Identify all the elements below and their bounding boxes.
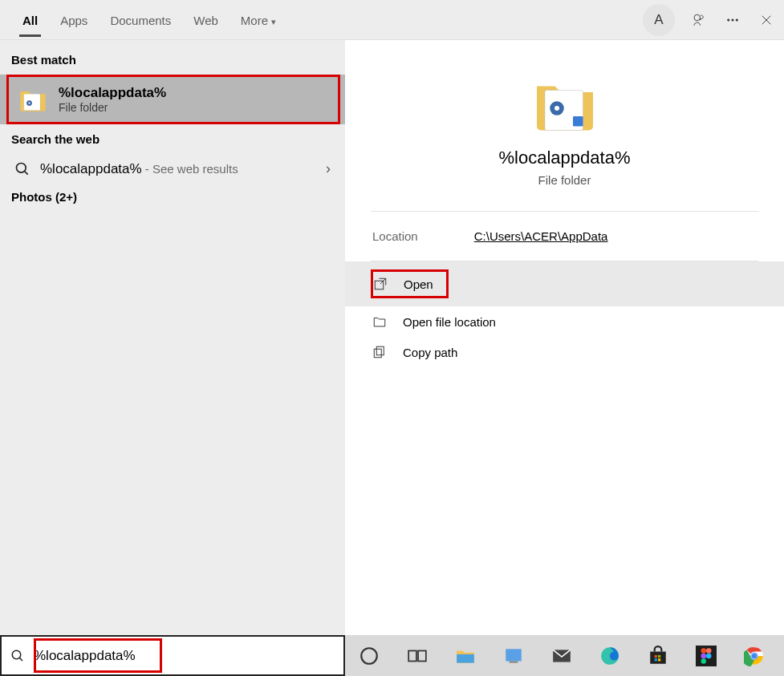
- svg-rect-13: [376, 346, 384, 355]
- svg-point-0: [694, 14, 701, 21]
- action-open-label: Open: [404, 277, 433, 291]
- avatar[interactable]: A: [643, 4, 675, 36]
- action-copy-path-label: Copy path: [403, 346, 457, 359]
- svg-point-10: [554, 106, 559, 111]
- svg-point-31: [701, 653, 707, 658]
- svg-rect-11: [573, 116, 583, 127]
- svg-point-2: [732, 19, 733, 21]
- best-match-item[interactable]: %localappdata% File folder: [6, 75, 340, 124]
- more-icon[interactable]: [723, 10, 742, 30]
- tab-web[interactable]: Web: [182, 2, 230, 37]
- svg-rect-14: [374, 349, 381, 358]
- svg-point-30: [706, 648, 712, 654]
- taskbar-mail[interactable]: [544, 638, 579, 674]
- svg-point-29: [701, 648, 707, 654]
- svg-point-7: [17, 163, 26, 172]
- taskbar-app-1[interactable]: [496, 638, 531, 674]
- taskbar-figma[interactable]: [689, 638, 724, 674]
- folder-icon: [18, 85, 47, 114]
- copy-icon: [372, 345, 387, 359]
- svg-rect-21: [510, 661, 518, 662]
- folder-open-icon: [372, 314, 387, 329]
- taskbar-taskview[interactable]: [400, 638, 435, 674]
- svg-point-3: [736, 19, 737, 21]
- svg-point-15: [12, 650, 21, 659]
- taskbar-explorer[interactable]: [448, 638, 483, 674]
- preview-title: %localappdata%: [499, 148, 631, 168]
- taskbar-cortana[interactable]: [351, 638, 387, 674]
- svg-point-1: [728, 19, 729, 21]
- actions-list: Open Open file location Copy path: [345, 261, 784, 367]
- action-copy-path[interactable]: Copy path: [345, 337, 784, 367]
- search-icon: [2, 637, 34, 674]
- action-open-location-label: Open file location: [403, 315, 496, 329]
- search-input[interactable]: [34, 637, 343, 674]
- svg-point-32: [706, 653, 712, 658]
- svg-rect-27: [658, 658, 660, 661]
- tab-documents[interactable]: Documents: [99, 2, 182, 37]
- taskbar-chrome[interactable]: [737, 638, 772, 674]
- svg-rect-24: [655, 654, 657, 657]
- search-icon: [14, 161, 30, 177]
- section-search-web: Search the web: [0, 128, 345, 152]
- tab-more[interactable]: More: [230, 2, 287, 37]
- preview-panel: %localappdata% File folder Location C:\U…: [345, 40, 784, 635]
- taskbar: [345, 635, 784, 676]
- action-open-location[interactable]: Open file location: [345, 306, 784, 337]
- action-open[interactable]: Open: [345, 261, 784, 306]
- feedback-icon[interactable]: [689, 10, 709, 30]
- section-photos[interactable]: Photos (2+): [0, 185, 345, 210]
- best-match-subtitle: File folder: [59, 101, 166, 114]
- results-panel: Best match %localappdata% File folder Se…: [0, 40, 345, 635]
- location-label: Location: [372, 229, 418, 243]
- search-bar: [0, 635, 345, 676]
- taskbar-store[interactable]: [640, 638, 676, 674]
- svg-rect-4: [24, 94, 40, 110]
- best-match-title: %localappdata%: [59, 85, 166, 101]
- svg-point-33: [701, 658, 707, 664]
- svg-rect-20: [506, 649, 522, 661]
- close-icon[interactable]: [757, 10, 776, 30]
- tab-all[interactable]: All: [11, 2, 49, 37]
- taskbar-edge[interactable]: [592, 638, 628, 674]
- web-suffix: - See web results: [142, 162, 238, 176]
- svg-rect-19: [457, 654, 474, 662]
- open-icon: [373, 277, 388, 291]
- web-query: %localappdata%: [40, 161, 142, 176]
- preview-subtitle: File folder: [538, 173, 591, 187]
- location-value[interactable]: C:\Users\ACER\AppData: [474, 229, 608, 243]
- search-tabs: All Apps Documents Web More A: [0, 0, 784, 40]
- svg-point-6: [28, 102, 30, 103]
- svg-rect-17: [408, 650, 416, 661]
- svg-rect-18: [418, 650, 426, 661]
- tab-apps[interactable]: Apps: [49, 2, 99, 37]
- web-result[interactable]: %localappdata% - See web results ›: [0, 152, 345, 185]
- svg-point-37: [752, 653, 758, 658]
- svg-point-16: [361, 648, 377, 664]
- section-best-match: Best match: [0, 48, 345, 73]
- folder-icon: [533, 72, 597, 136]
- svg-rect-26: [655, 658, 657, 661]
- svg-rect-25: [658, 654, 660, 657]
- chevron-right-icon: ›: [326, 160, 331, 177]
